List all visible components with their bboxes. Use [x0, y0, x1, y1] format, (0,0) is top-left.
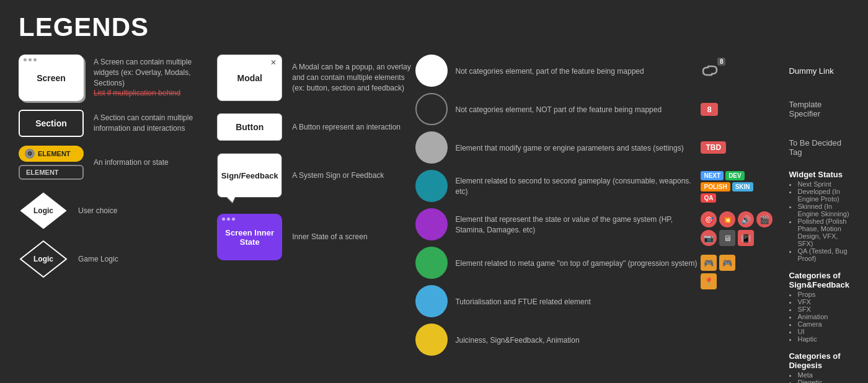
- tbd-label: To Be Decided Tag: [789, 138, 849, 157]
- color-desc-blue: Tutorialisation and FTUE related element: [455, 285, 701, 317]
- signfeedback-desc: A System Sign or Feedback: [292, 170, 384, 181]
- color-green: [415, 247, 448, 279]
- svg-text:Logic: Logic: [33, 255, 53, 263]
- legend-screeninner-row: Screen InnerState Inner State of a scree…: [217, 214, 415, 260]
- legend-screen-row: Screen A Screen can contain multiple wid…: [19, 55, 217, 101]
- button-desc: A Button represent an interaction: [292, 122, 401, 133]
- color-row-green: [415, 247, 448, 279]
- svg-text:Logic: Logic: [33, 206, 53, 215]
- element-icon: ⚙: [25, 149, 35, 159]
- logic-solid-desc: User choice: [78, 206, 117, 216]
- modal-x-icon: ✕: [270, 58, 277, 67]
- link-badge: 8: [717, 58, 726, 66]
- signfeedback-shape: Sign/Feedback: [217, 153, 282, 198]
- color-purple-desc: Element that represent the state or valu…: [455, 213, 701, 236]
- button-label: Button: [236, 122, 264, 132]
- dieg-diegetic: Diegetic (Meta+Spatial): [797, 379, 849, 383]
- cat-icon-sfx: 🔊: [738, 211, 754, 227]
- color-row-teal: [415, 170, 448, 202]
- color-white-desc: Not categories element, part of the feat…: [455, 65, 644, 77]
- cat-ui: UI: [797, 328, 849, 335]
- signfeedback-cats-list: Props VFX SFX Animation Camera UI Haptic: [789, 291, 849, 343]
- status-skinned: Skinned (In Engine Skinning): [797, 203, 849, 218]
- color-desc-green: Element related to meta game "on top of …: [455, 247, 701, 279]
- color-dark-desc: Not categories element, NOT part of the …: [455, 103, 662, 115]
- logic-outline-svg: Logic: [19, 240, 68, 278]
- number-badge-row: 8: [701, 93, 781, 125]
- signfeedback-wrapper: Sign/Feedback: [217, 153, 282, 198]
- dieg-meta: Meta: [797, 371, 849, 379]
- cat-camera: Camera: [797, 320, 849, 328]
- label-row-template: Template Specifier: [789, 93, 849, 125]
- cat-haptic: Haptic: [797, 335, 849, 343]
- tbd-badge: TBD: [701, 141, 726, 154]
- logic-solid-shape: Logic: [19, 191, 68, 231]
- element-filled-shape: ⚙ ELEMENT: [19, 146, 84, 162]
- tags-row2: POLISH SKIN: [701, 182, 781, 192]
- color-purple: [415, 208, 448, 240]
- screen-inner-label: Screen InnerState: [225, 228, 274, 247]
- signfeedback-label: Sign/Feedback: [221, 171, 278, 180]
- color-yellow: [415, 324, 448, 356]
- col-shapes: Screen A Screen can contain multiple wid…: [19, 55, 217, 383]
- screen-inner-desc: Inner State of a screen: [292, 232, 367, 242]
- dummy-link-label: Dummy Link: [789, 66, 833, 76]
- status-polished: Polished (Polish Phase, Motion Design, V…: [797, 218, 849, 247]
- color-desc-purple: Element that represent the state or valu…: [455, 208, 701, 240]
- color-desc-gray: Element that modify game or engine param…: [455, 131, 701, 164]
- color-row-blue: [415, 285, 448, 317]
- label-diegesis: Categories of Diegesis Meta Diegetic (Me…: [789, 349, 849, 383]
- label-row-tbd: To Be Decided Tag: [789, 131, 849, 164]
- color-blue-desc: Tutorialisation and FTUE related element: [455, 296, 590, 307]
- dieg-icon-diegetic: 🎮: [719, 255, 735, 271]
- content-area: Screen A Screen can contain multiple wid…: [19, 55, 849, 383]
- signfeedback-cat-icons: 🎯 💥 🔊 🎬 📷 🖥 📳: [701, 209, 781, 246]
- color-descs-col: Not categories element, part of the feat…: [455, 55, 701, 383]
- color-dark: [415, 93, 448, 125]
- cat-animation: Animation: [797, 313, 849, 320]
- speech-tail-inner: [227, 197, 235, 203]
- col-colors: Not categories element, part of the feat…: [415, 55, 701, 383]
- color-teal-desc: Element related to second to second game…: [455, 175, 701, 197]
- diegesis-icons-row1: 🎮 🎮: [701, 255, 781, 271]
- section-label: Section: [35, 118, 67, 128]
- tag-qa: QA: [701, 193, 716, 203]
- logic-solid-svg: Logic: [19, 192, 68, 230]
- cat-icon-ui: 🖥: [719, 230, 735, 246]
- color-row-white: [415, 55, 448, 87]
- widget-status-list: Next Sprint Developed (In Engine Proto) …: [789, 180, 849, 262]
- status-next-sprint: Next Sprint: [797, 180, 849, 188]
- screen-inner-dots: [222, 218, 235, 221]
- col-icons-labels: 8 8 TBD NEXT DEV: [701, 55, 849, 383]
- legend-logic-outline-row: Logic Game Logic: [19, 239, 217, 279]
- modal-desc: A Modal can be a popup, an overlay and c…: [292, 62, 415, 93]
- link-icon-row: 8: [701, 55, 781, 87]
- element-filled-label: ELEMENT: [38, 150, 71, 157]
- modal-shape: ✕ Modal: [217, 55, 282, 101]
- cat-icon-haptic: 📳: [738, 230, 754, 246]
- legend-modal-row: ✕ Modal A Modal can be a popup, an overl…: [217, 55, 415, 101]
- status-qa: QA (Tested, Bug Proof): [797, 247, 849, 262]
- color-gray-desc: Element that modify game or engine param…: [455, 142, 683, 154]
- diegesis-icons-row2: 📍: [701, 273, 781, 289]
- modal-label: Modal: [237, 73, 262, 83]
- diegesis-list: Meta Diegetic (Meta+Spatial) Spatial: [789, 371, 849, 383]
- color-gray: [415, 131, 448, 164]
- label-widget-status: Widget Status Next Sprint Developed (In …: [789, 170, 849, 262]
- color-row-gray: [415, 131, 448, 164]
- color-green-desc: Element related to meta game "on top of …: [455, 257, 697, 269]
- legend-button-row: Button A Button represent an interaction: [217, 113, 415, 141]
- signfeedback-cats-title: Categories of Sign&Feedback: [789, 271, 849, 289]
- cat-icon-vfx: 💥: [719, 211, 735, 227]
- color-desc-dark: Not categories element, NOT part of the …: [455, 93, 701, 125]
- button-shape: Button: [217, 113, 282, 141]
- tags-row3: QA: [701, 193, 781, 203]
- tag-next: NEXT: [701, 171, 724, 180]
- element-outline-shape: ELEMENT: [19, 165, 84, 180]
- status-developed: Developed (In Engine Proto): [797, 188, 849, 203]
- color-teal: [415, 170, 448, 202]
- dieg-icon-meta: 🎮: [701, 255, 717, 271]
- screen-shape: Screen: [19, 55, 84, 101]
- icons-col: 8 8 TBD NEXT DEV: [701, 55, 781, 383]
- section-desc: A Section can contain multiple informati…: [94, 113, 217, 134]
